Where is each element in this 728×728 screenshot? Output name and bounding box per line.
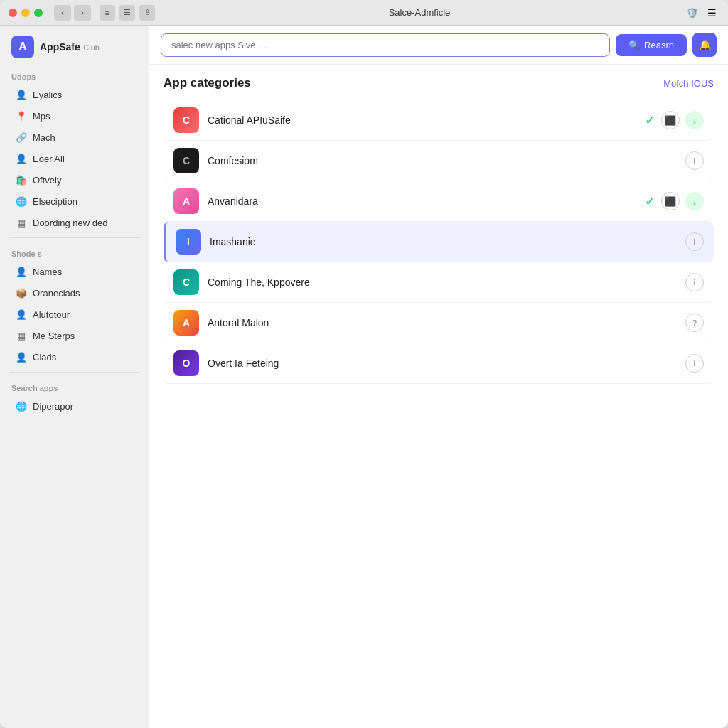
sidebar-item-label: Eoer All: [33, 154, 65, 164]
sidebar-item-diperapor[interactable]: 🌐 Diperapor: [4, 396, 144, 416]
info-icon[interactable]: ?: [685, 314, 704, 332]
nav-controls: ‹ ›: [54, 5, 91, 21]
download-icon[interactable]: ⬛: [661, 111, 680, 129]
info-icon[interactable]: i: [685, 273, 704, 291]
sidebar-item-names[interactable]: 👤 Names: [4, 262, 144, 282]
app-row-cational[interactable]: C Cational APIuSaife ✓ ⬛ ↓: [164, 100, 714, 141]
sidebar-item-label: Me Sterps: [33, 331, 75, 341]
sidebar-item-doording[interactable]: ▦ Doording new ded: [4, 213, 144, 232]
main-layout: A AppSafe Club Udops 👤 Eyalics 📍 Mps 🔗 M…: [0, 26, 728, 728]
sidebar-item-me-sterps[interactable]: ▦ Me Sterps: [4, 326, 144, 346]
app-actions-imashanie: i: [685, 232, 704, 251]
sidebar-item-mach[interactable]: 🔗 Mach: [4, 127, 144, 147]
sidebar-item-label: Elseciption: [33, 196, 77, 207]
titlebar-right: 🛡️ ☰: [684, 5, 719, 21]
sidebar: A AppSafe Club Udops 👤 Eyalics 📍 Mps 🔗 M…: [0, 26, 149, 728]
sidebar-header: A AppSafe Club: [0, 26, 149, 65]
sidebar-item-mps[interactable]: 📍 Mps: [4, 106, 144, 126]
back-button[interactable]: ‹: [54, 5, 71, 21]
app-actions-anvanidara: ✓ ⬛ ↓: [645, 192, 704, 210]
logo-sub: Club: [83, 43, 100, 52]
sidebar-item-label: Clads: [33, 352, 56, 363]
window-title: Salce-Admficle: [161, 7, 678, 18]
sidebar-divider-1: [9, 237, 140, 238]
minimize-button[interactable]: [21, 9, 30, 17]
app-row-comfesiom[interactable]: C Comfesiom i: [164, 141, 714, 181]
search-button[interactable]: 🔍 Reasrn: [616, 34, 687, 56]
sidebar-item-alutotour[interactable]: 👤 Alutotour: [4, 304, 144, 324]
more-link[interactable]: Mofch IOUS: [663, 78, 714, 89]
sidebar-item-elseciption[interactable]: 🌐 Elseciption: [4, 191, 144, 211]
sidebar-item-label: Names: [33, 267, 62, 277]
app-name-coming-the: Coming The, Kppovere: [208, 277, 677, 288]
info-icon[interactable]: i: [685, 151, 704, 170]
sidebar-item-eoer-all[interactable]: 👤 Eoer All: [4, 149, 144, 168]
sidebar-section-3-label: Search apps: [0, 377, 149, 395]
sidebar-divider-2: [9, 372, 140, 373]
package-icon: 📦: [16, 287, 27, 299]
app-icon-imashanie: I: [176, 229, 201, 255]
app-row-imashanie[interactable]: I Imashanie i: [164, 222, 714, 262]
info-icon[interactable]: i: [685, 354, 704, 373]
app-actions-overt: i: [685, 354, 704, 373]
search-icon: 🔍: [628, 40, 640, 50]
notification-button[interactable]: 🔔: [692, 33, 717, 57]
app-name-imashanie: Imashanie: [210, 236, 677, 247]
check-icon: ✓: [645, 193, 655, 209]
globe-icon: 🌐: [16, 400, 27, 412]
app-row-coming-the[interactable]: C Coming The, Kppovere i: [164, 262, 714, 303]
sidebar-item-oraneclads[interactable]: 📦 Oraneclads: [4, 283, 144, 303]
logo-text-group: AppSafe Club: [40, 41, 100, 53]
shield-icon[interactable]: 🛡️: [684, 5, 700, 21]
app-icon-coming-the: C: [173, 269, 199, 295]
get-icon[interactable]: ↓: [685, 192, 704, 210]
app-icon-overt: O: [173, 350, 199, 376]
logo-icon-letter: A: [18, 41, 27, 53]
app-window: ‹ › ≡ ☰ ⇪ Salce-Admficle 🛡️ ☰ A AppSafe …: [0, 0, 728, 728]
sidebar-item-eyalics[interactable]: 👤 Eyalics: [4, 85, 144, 105]
app-name-anvanidara: Anvanidara: [208, 196, 636, 207]
location-icon: 📍: [16, 110, 27, 122]
close-button[interactable]: [9, 9, 17, 17]
sidebar-item-label: Oraneclads: [33, 288, 80, 299]
app-row-overt[interactable]: O Overt Ia Feteing i: [164, 343, 714, 384]
app-actions-comfesiom: i: [685, 151, 704, 170]
categories-title: App categories: [164, 76, 251, 90]
maximize-button[interactable]: [34, 9, 43, 17]
logo-text: AppSafe: [40, 41, 80, 53]
grid-icon: ▦: [16, 330, 27, 341]
forward-button[interactable]: ›: [74, 5, 91, 21]
app-icon-anvanidara: A: [173, 188, 199, 214]
traffic-lights: [9, 9, 43, 17]
grid-icon: ▦: [16, 217, 27, 228]
app-actions-coming-the: i: [685, 273, 704, 291]
get-icon[interactable]: ↓: [685, 111, 704, 129]
bell-icon: 🔔: [699, 39, 711, 50]
app-name-cational: Cational APIuSaife: [208, 114, 636, 126]
toolbar-icons: ≡ ☰ ⇪: [100, 5, 155, 21]
share-icon[interactable]: ⇪: [139, 5, 155, 21]
sidebar-item-oftvely[interactable]: 🛍️ Oftvely: [4, 170, 144, 190]
person-icon: 👤: [16, 89, 27, 100]
globe-icon: 🌐: [16, 196, 27, 207]
sidebar-item-label: Alutotour: [33, 309, 70, 320]
menu-icon[interactable]: ☰: [119, 5, 135, 21]
sidebar-item-label: Diperapor: [33, 401, 73, 412]
app-row-antoral[interactable]: A Antoral Malon ?: [164, 303, 714, 343]
info-icon[interactable]: i: [685, 232, 704, 251]
app-icon-antoral: A: [173, 310, 199, 336]
app-row-anvanidara[interactable]: A Anvanidara ✓ ⬛ ↓: [164, 181, 714, 222]
sidebar-item-clads[interactable]: 👤 Clads: [4, 347, 144, 367]
reader-icon[interactable]: ≡: [100, 5, 115, 21]
hamburger-icon[interactable]: ☰: [704, 5, 719, 21]
top-bar: 🔍 Reasrn 🔔: [149, 26, 728, 65]
app-icon-comfesiom: C: [173, 148, 199, 173]
search-input[interactable]: [161, 33, 610, 57]
person-icon: 👤: [16, 309, 27, 320]
person-icon: 👤: [16, 153, 27, 164]
sidebar-section-1-label: Udops: [0, 65, 149, 84]
download-icon[interactable]: ⬛: [661, 192, 680, 210]
person-icon: 👤: [16, 351, 27, 363]
app-list: C Cational APIuSaife ✓ ⬛ ↓ C: [164, 100, 714, 384]
person-icon: 👤: [16, 266, 27, 277]
